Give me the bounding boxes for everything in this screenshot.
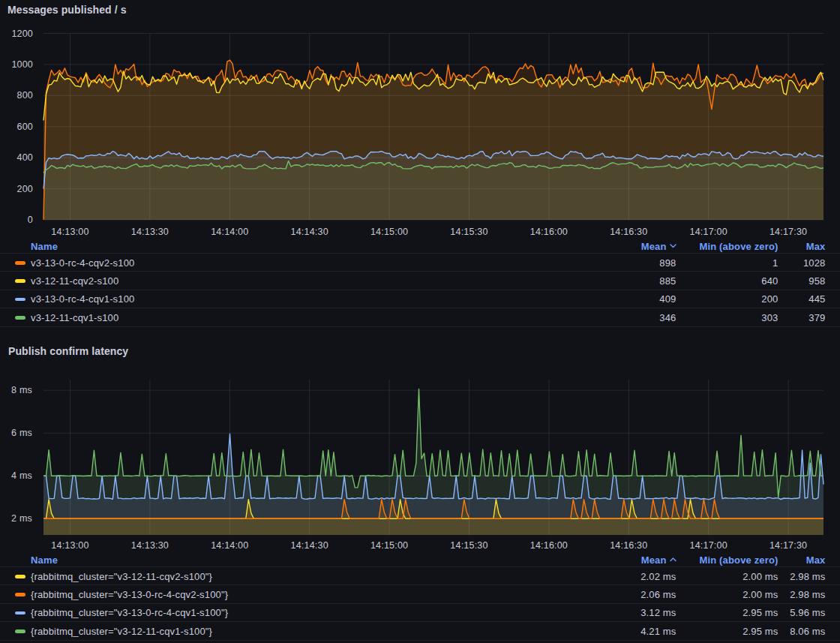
svg-text:14:16:30: 14:16:30 (610, 227, 647, 237)
svg-text:800: 800 (17, 90, 33, 101)
svg-text:14:17:00: 14:17:00 (690, 227, 728, 237)
svg-text:14:14:30: 14:14:30 (291, 540, 328, 551)
svg-text:14:14:30: 14:14:30 (291, 227, 328, 237)
svg-text:8 ms: 8 ms (11, 385, 32, 395)
svg-text:2 ms: 2 ms (11, 513, 32, 524)
svg-text:14:16:00: 14:16:00 (530, 227, 568, 237)
svg-text:14:15:00: 14:15:00 (370, 540, 408, 551)
svg-text:1200: 1200 (11, 29, 33, 39)
svg-text:1000: 1000 (11, 59, 33, 70)
svg-text:14:14:00: 14:14:00 (211, 227, 248, 237)
svg-text:14:17:30: 14:17:30 (770, 227, 807, 237)
svg-text:14:13:00: 14:13:00 (51, 227, 88, 237)
svg-text:600: 600 (17, 122, 33, 132)
svg-text:200: 200 (17, 184, 33, 194)
svg-text:14:16:30: 14:16:30 (610, 540, 647, 551)
svg-text:14:13:00: 14:13:00 (51, 540, 88, 551)
svg-text:14:15:30: 14:15:30 (450, 540, 488, 551)
svg-text:0: 0 (28, 215, 33, 225)
svg-text:14:13:30: 14:13:30 (131, 227, 169, 237)
svg-text:14:17:00: 14:17:00 (690, 540, 728, 551)
svg-text:6 ms: 6 ms (11, 428, 32, 438)
svg-text:14:14:00: 14:14:00 (211, 540, 248, 551)
svg-text:14:15:30: 14:15:30 (450, 227, 488, 237)
svg-text:400: 400 (17, 152, 33, 163)
svg-text:14:13:30: 14:13:30 (131, 540, 169, 551)
svg-text:14:17:30: 14:17:30 (770, 540, 807, 551)
svg-text:4 ms: 4 ms (11, 470, 32, 481)
svg-text:14:15:00: 14:15:00 (370, 227, 408, 237)
svg-text:14:16:00: 14:16:00 (530, 540, 568, 551)
